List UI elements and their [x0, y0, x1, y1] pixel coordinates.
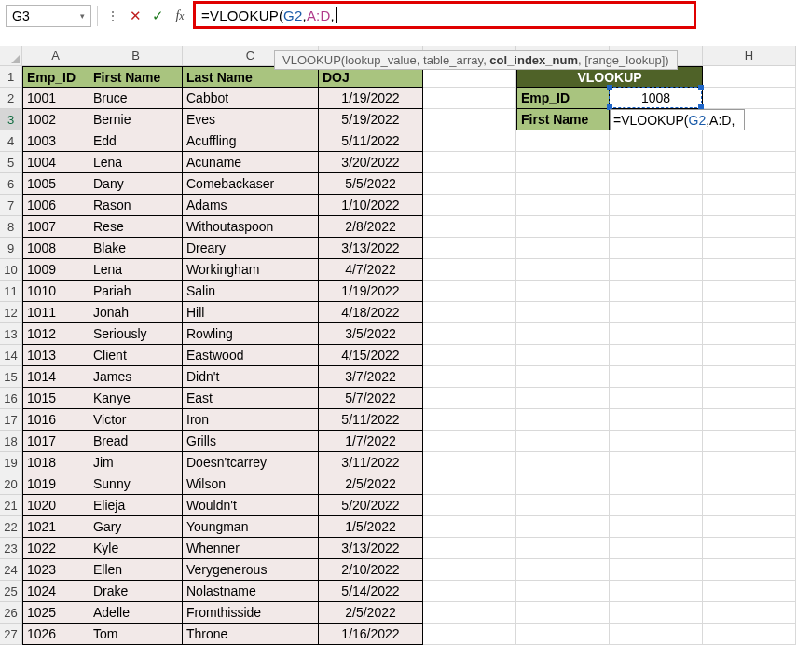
table-cell-lastname[interactable]: Hill [183, 302, 319, 323]
cell[interactable] [423, 538, 516, 559]
cell[interactable] [703, 259, 796, 281]
cell[interactable] [610, 495, 703, 516]
table-cell-doj[interactable]: 3/7/2022 [319, 366, 423, 388]
table-cell-lastname[interactable]: Fromthisside [183, 602, 319, 624]
table-cell-doj[interactable]: 5/19/2022 [319, 109, 423, 130]
table-cell-doj[interactable]: 3/20/2022 [319, 152, 423, 173]
more-icon[interactable]: ⋮ [103, 5, 122, 27]
cells-area[interactable]: Emp_IDFirst NameLast NameDOJVLOOKUP1001B… [22, 66, 796, 645]
accept-formula-button[interactable]: ✓ [148, 5, 167, 27]
cell[interactable] [516, 538, 610, 559]
row-header[interactable]: 5 [0, 152, 22, 173]
cell[interactable] [703, 152, 796, 173]
cell[interactable] [703, 538, 796, 559]
cell[interactable] [703, 173, 796, 195]
cell[interactable] [516, 366, 610, 388]
cell[interactable] [516, 152, 610, 173]
cell[interactable] [423, 581, 516, 602]
table-cell-empid[interactable]: 1025 [22, 602, 89, 624]
row-header[interactable]: 17 [0, 409, 22, 431]
cell[interactable] [610, 195, 703, 216]
table-cell-firstname[interactable]: Elieja [89, 495, 183, 516]
cell[interactable] [610, 559, 703, 581]
table-cell-firstname[interactable]: Gary [89, 516, 183, 538]
table-cell-firstname[interactable]: Lena [89, 259, 183, 281]
table-cell-lastname[interactable]: Rowling [183, 323, 319, 345]
cell[interactable] [516, 495, 610, 516]
insert-function-button[interactable]: fx [171, 5, 189, 27]
table-cell-empid[interactable]: 1004 [22, 152, 89, 173]
table-cell-doj[interactable]: 5/14/2022 [319, 581, 423, 602]
table-cell-empid[interactable]: 1023 [22, 559, 89, 581]
table-header-firstname[interactable]: First Name [89, 66, 183, 88]
cell[interactable] [423, 431, 516, 452]
table-cell-doj[interactable]: 1/19/2022 [319, 281, 423, 302]
cell[interactable] [703, 624, 796, 645]
table-cell-empid[interactable]: 1013 [22, 345, 89, 366]
cell[interactable] [610, 259, 703, 281]
cell[interactable] [703, 281, 796, 302]
cell[interactable] [423, 602, 516, 624]
table-cell-doj[interactable]: 5/20/2022 [319, 495, 423, 516]
table-cell-lastname[interactable]: Acuffling [183, 130, 319, 152]
cell[interactable] [423, 452, 516, 473]
cell[interactable] [516, 216, 610, 238]
cell[interactable] [610, 581, 703, 602]
cell[interactable] [703, 495, 796, 516]
table-cell-firstname[interactable]: Adelle [89, 602, 183, 624]
table-header-empid[interactable]: Emp_ID [22, 66, 89, 88]
row-header[interactable]: 6 [0, 173, 22, 195]
cell[interactable] [703, 323, 796, 345]
table-cell-doj[interactable]: 3/11/2022 [319, 452, 423, 473]
table-cell-firstname[interactable]: Seriously [89, 323, 183, 345]
cell[interactable] [703, 409, 796, 431]
cell[interactable] [516, 516, 610, 538]
cell[interactable] [703, 388, 796, 409]
table-cell-doj[interactable]: 4/18/2022 [319, 302, 423, 323]
row-header[interactable]: 15 [0, 366, 22, 388]
table-cell-doj[interactable]: 1/5/2022 [319, 516, 423, 538]
cell[interactable] [423, 559, 516, 581]
formula-input[interactable]: =VLOOKUP(G2,A:D, [193, 1, 696, 29]
table-cell-empid[interactable]: 1015 [22, 388, 89, 409]
table-cell-lastname[interactable]: Iron [183, 409, 319, 431]
table-cell-firstname[interactable]: Kanye [89, 388, 183, 409]
cell[interactable] [423, 345, 516, 366]
cell[interactable] [423, 366, 516, 388]
cell[interactable] [610, 473, 703, 495]
vlookup-value-empid[interactable]: 1008 [610, 88, 703, 109]
table-cell-doj[interactable]: 5/7/2022 [319, 388, 423, 409]
table-cell-firstname[interactable]: Rason [89, 195, 183, 216]
table-cell-firstname[interactable]: Pariah [89, 281, 183, 302]
table-cell-empid[interactable]: 1011 [22, 302, 89, 323]
cell[interactable] [516, 259, 610, 281]
table-cell-doj[interactable]: 5/11/2022 [319, 409, 423, 431]
row-header[interactable]: 24 [0, 559, 22, 581]
name-box[interactable]: G3 ▾ [6, 5, 91, 27]
table-cell-doj[interactable]: 2/5/2022 [319, 602, 423, 624]
vlookup-label-empid[interactable]: Emp_ID [516, 88, 610, 109]
table-cell-firstname[interactable]: James [89, 366, 183, 388]
table-cell-empid[interactable]: 1005 [22, 173, 89, 195]
table-cell-lastname[interactable]: Workingham [183, 259, 319, 281]
cell[interactable] [610, 602, 703, 624]
table-cell-empid[interactable]: 1024 [22, 581, 89, 602]
table-cell-firstname[interactable]: Drake [89, 581, 183, 602]
cell[interactable] [423, 516, 516, 538]
table-cell-lastname[interactable]: Comebackaser [183, 173, 319, 195]
table-cell-empid[interactable]: 1026 [22, 624, 89, 645]
table-cell-lastname[interactable]: Youngman [183, 516, 319, 538]
table-cell-firstname[interactable]: Blake [89, 238, 183, 259]
cell[interactable] [516, 388, 610, 409]
cell[interactable] [423, 195, 516, 216]
cell[interactable] [516, 281, 610, 302]
table-cell-empid[interactable]: 1019 [22, 473, 89, 495]
table-cell-firstname[interactable]: Sunny [89, 473, 183, 495]
cell[interactable] [516, 409, 610, 431]
table-cell-lastname[interactable]: Salin [183, 281, 319, 302]
cell[interactable] [703, 559, 796, 581]
table-cell-doj[interactable]: 5/5/2022 [319, 173, 423, 195]
row-header[interactable]: 1 [0, 66, 22, 88]
table-cell-firstname[interactable]: Bruce [89, 88, 183, 109]
cancel-formula-button[interactable]: ✕ [126, 5, 144, 27]
